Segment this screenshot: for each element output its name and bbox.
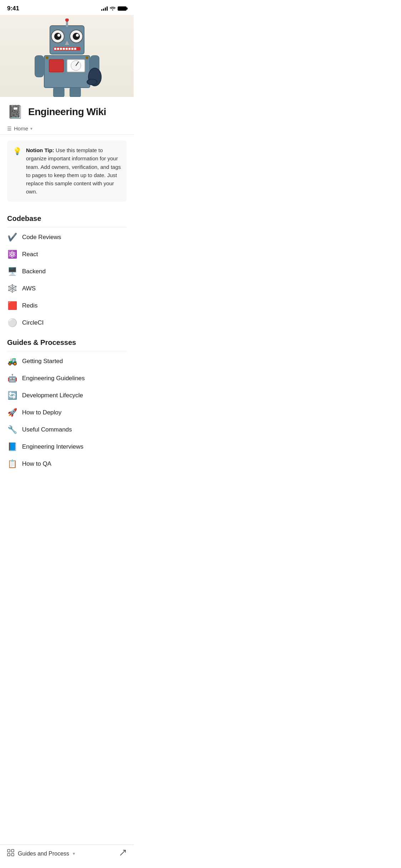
- svg-rect-12: [57, 48, 59, 50]
- backend-icon: 🖥️: [7, 268, 17, 275]
- tip-bulb-icon: 💡: [13, 146, 22, 196]
- list-item-engineering-guidelines[interactable]: 🤖 Engineering Guidelines: [7, 370, 127, 387]
- engineering-interviews-icon: 📘: [7, 443, 17, 451]
- tip-box: 💡 Notion Tip: Use this template to organ…: [7, 140, 127, 202]
- tip-body: Use this template to organize important …: [26, 147, 121, 195]
- code-reviews-icon: ✔️: [7, 233, 17, 241]
- svg-point-24: [46, 56, 48, 59]
- list-item-react[interactable]: ⚛️ React: [7, 246, 127, 263]
- engineering-interviews-label: Engineering Interviews: [22, 443, 83, 450]
- list-item-development-lifecycle[interactable]: 🔄 Development Lifecycle: [7, 387, 127, 404]
- circleci-icon: ⚪: [7, 319, 17, 327]
- redis-label: Redis: [22, 302, 37, 309]
- aws-label: AWS: [22, 285, 36, 292]
- aws-icon: 🕸️: [7, 285, 17, 293]
- svg-point-2: [65, 19, 69, 22]
- svg-point-8: [76, 34, 79, 37]
- list-item-how-to-deploy[interactable]: 🚀 How to Deploy: [7, 404, 127, 421]
- page-title: Engineering Wiki: [28, 106, 106, 118]
- status-time: 9:41: [7, 5, 19, 12]
- svg-rect-20: [49, 60, 63, 72]
- svg-rect-17: [71, 48, 73, 50]
- how-to-deploy-icon: 🚀: [7, 409, 17, 417]
- how-to-qa-label: How to QA: [22, 460, 51, 467]
- breadcrumb-chevron-icon: ▾: [30, 126, 32, 131]
- development-lifecycle-icon: 🔄: [7, 392, 17, 399]
- how-to-deploy-label: How to Deploy: [22, 409, 62, 416]
- hero-image: [0, 15, 134, 97]
- backend-label: Backend: [22, 268, 46, 275]
- guides-section-title: Guides & Processes: [7, 339, 127, 351]
- list-item-circleci[interactable]: ⚪ CircleCI: [7, 314, 127, 331]
- svg-rect-16: [68, 48, 71, 50]
- svg-point-6: [73, 33, 80, 40]
- list-item-backend[interactable]: 🖥️ Backend: [7, 263, 127, 280]
- svg-rect-14: [63, 48, 65, 50]
- list-item-getting-started[interactable]: 🚜 Getting Started: [7, 353, 127, 370]
- engineering-guidelines-label: Engineering Guidelines: [22, 375, 85, 382]
- svg-rect-30: [53, 88, 64, 97]
- list-item-engineering-interviews[interactable]: 📘 Engineering Interviews: [7, 438, 127, 455]
- page-title-section: 📓 Engineering Wiki: [0, 97, 134, 123]
- react-label: React: [22, 251, 38, 258]
- guides-section: Guides & Processes 🚜 Getting Started 🤖 E…: [0, 331, 134, 472]
- redis-icon: 🟥: [7, 302, 17, 310]
- svg-rect-13: [60, 48, 62, 50]
- svg-rect-11: [54, 48, 56, 50]
- tip-text: Notion Tip: Use this template to organiz…: [26, 146, 121, 196]
- svg-rect-18: [74, 48, 76, 50]
- codebase-section-title: Codebase: [7, 215, 127, 227]
- list-item-how-to-qa[interactable]: 📋 How to QA: [7, 455, 127, 472]
- development-lifecycle-label: Development Lifecycle: [22, 392, 83, 399]
- status-icons: [101, 6, 127, 11]
- how-to-qa-icon: 📋: [7, 460, 17, 468]
- breadcrumb-list-icon: ☰: [7, 126, 12, 131]
- circleci-label: CircleCI: [22, 319, 43, 326]
- list-item-useful-commands[interactable]: 🔧 Useful Commands: [7, 421, 127, 438]
- wifi-icon: [110, 6, 115, 11]
- list-item-code-reviews[interactable]: ✔️ Code Reviews: [7, 229, 127, 246]
- svg-point-5: [54, 33, 61, 40]
- getting-started-label: Getting Started: [22, 358, 63, 365]
- codebase-section: Codebase ✔️ Code Reviews ⚛️ React 🖥️ Bac…: [0, 207, 134, 331]
- svg-point-29: [87, 79, 97, 85]
- battery-icon: [118, 6, 127, 11]
- code-reviews-label: Code Reviews: [22, 234, 61, 241]
- page-icon: 📓: [7, 105, 23, 118]
- useful-commands-icon: 🔧: [7, 426, 17, 434]
- useful-commands-label: Useful Commands: [22, 426, 72, 433]
- engineering-guidelines-icon: 🤖: [7, 374, 17, 382]
- list-item-aws[interactable]: 🕸️ AWS: [7, 280, 127, 297]
- status-bar: 9:41: [0, 0, 134, 15]
- react-icon: ⚛️: [7, 250, 17, 258]
- breadcrumb-label: Home: [14, 125, 28, 131]
- list-item-redis[interactable]: 🟥 Redis: [7, 297, 127, 314]
- signal-icon: [101, 6, 108, 11]
- tip-bold: Notion Tip:: [26, 147, 54, 153]
- getting-started-icon: 🚜: [7, 357, 17, 365]
- svg-point-7: [57, 34, 60, 37]
- breadcrumb[interactable]: ☰ Home ▾: [0, 123, 134, 135]
- svg-rect-15: [66, 48, 68, 50]
- svg-point-25: [86, 56, 88, 59]
- svg-rect-26: [35, 56, 43, 77]
- svg-rect-31: [70, 88, 81, 97]
